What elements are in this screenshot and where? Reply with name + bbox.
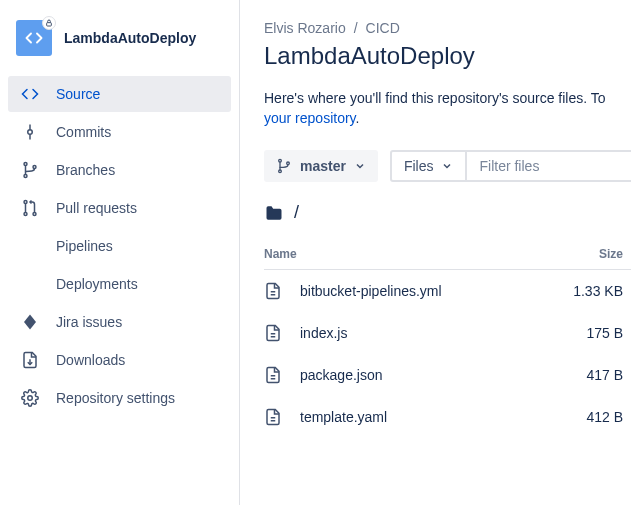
filter-type-selector[interactable]: Files	[392, 152, 468, 180]
file-table: Name Size bitbucket-pipelines.yml1.33 KB…	[264, 239, 631, 438]
svg-point-6	[33, 166, 36, 169]
breadcrumb-project[interactable]: CICD	[366, 20, 400, 36]
path-row: /	[264, 202, 631, 223]
table-row[interactable]: bitbucket-pipelines.yml1.33 KB	[264, 270, 631, 312]
svg-point-4	[24, 163, 27, 166]
repo-avatar	[16, 20, 52, 56]
svg-point-12	[279, 159, 282, 162]
file-size: 175 B	[551, 325, 631, 341]
table-row[interactable]: template.yaml412 B	[264, 396, 631, 438]
sidebar: LambdaAutoDeploy SourceCommitsBranchesPu…	[0, 0, 240, 505]
table-row[interactable]: package.json417 B	[264, 354, 631, 396]
code-icon	[20, 84, 40, 104]
svg-point-11	[28, 396, 33, 401]
sidebar-item-label: Commits	[56, 124, 111, 140]
svg-point-5	[24, 175, 27, 178]
sidebar-item-label: Source	[56, 86, 100, 102]
lock-badge	[42, 16, 56, 30]
chevron-down-icon	[354, 160, 366, 172]
branch-selector[interactable]: master	[264, 150, 378, 182]
sidebar-item-label: Pull requests	[56, 200, 137, 216]
sidebar-item-pull-requests[interactable]: Pull requests	[8, 190, 231, 226]
repo-name: LambdaAutoDeploy	[64, 30, 196, 46]
table-row[interactable]: index.js175 B	[264, 312, 631, 354]
table-header: Name Size	[264, 239, 631, 270]
file-name: package.json	[300, 367, 551, 383]
file-name: bitbucket-pipelines.yml	[300, 283, 551, 299]
col-header-size[interactable]: Size	[551, 247, 631, 261]
sidebar-item-label: Jira issues	[56, 314, 122, 330]
sidebar-item-label: Pipelines	[56, 238, 113, 254]
sidebar-item-jira-issues[interactable]: Jira issues	[8, 304, 231, 340]
svg-point-13	[279, 170, 282, 173]
sidebar-item-repository-settings[interactable]: Repository settings	[8, 380, 231, 416]
col-header-name[interactable]: Name	[264, 247, 551, 261]
description: Here's where you'll find this repository…	[264, 90, 631, 106]
sidebar-item-label: Branches	[56, 162, 115, 178]
file-icon	[264, 324, 284, 342]
branch-icon	[276, 158, 292, 174]
toolbar: master Files	[264, 150, 631, 182]
sidebar-item-label: Repository settings	[56, 390, 175, 406]
file-icon	[264, 408, 284, 426]
breadcrumb: Elvis Rozario/CICD	[264, 20, 631, 36]
path-separator: /	[294, 202, 299, 223]
file-icon	[264, 282, 284, 300]
sidebar-item-pipelines[interactable]: Pipelines	[8, 228, 231, 264]
code-icon	[25, 29, 43, 47]
lock-icon	[45, 19, 53, 27]
chevron-down-icon	[441, 160, 453, 172]
sidebar-item-label: Deployments	[56, 276, 138, 292]
svg-rect-0	[47, 23, 52, 26]
file-name: template.yaml	[300, 409, 551, 425]
file-size: 412 B	[551, 409, 631, 425]
download-icon	[20, 350, 40, 370]
sidebar-item-source[interactable]: Source	[8, 76, 231, 112]
sidebar-item-branches[interactable]: Branches	[8, 152, 231, 188]
commit-icon	[20, 122, 40, 142]
file-size: 1.33 KB	[551, 283, 631, 299]
filter-group: Files	[390, 150, 631, 182]
file-name: index.js	[300, 325, 551, 341]
svg-point-8	[24, 213, 27, 216]
pullrequest-icon	[20, 198, 40, 218]
settings-icon	[20, 388, 40, 408]
branch-icon	[20, 160, 40, 180]
file-size: 417 B	[551, 367, 631, 383]
filter-input[interactable]	[467, 152, 631, 180]
repo-link[interactable]: your repository	[264, 110, 356, 126]
sidebar-item-label: Downloads	[56, 352, 125, 368]
folder-icon	[264, 203, 284, 223]
jira-icon	[20, 312, 40, 332]
breadcrumb-owner[interactable]: Elvis Rozario	[264, 20, 346, 36]
sidebar-item-downloads[interactable]: Downloads	[8, 342, 231, 378]
svg-point-9	[33, 213, 36, 216]
sidebar-item-commits[interactable]: Commits	[8, 114, 231, 150]
sidebar-item-deployments[interactable]: Deployments	[8, 266, 231, 302]
main-content: Elvis Rozario/CICD LambdaAutoDeploy Here…	[240, 0, 631, 505]
svg-point-1	[28, 130, 33, 135]
file-icon	[264, 366, 284, 384]
svg-point-7	[24, 201, 27, 204]
repo-header: LambdaAutoDeploy	[8, 20, 231, 76]
page-title: LambdaAutoDeploy	[264, 42, 631, 70]
